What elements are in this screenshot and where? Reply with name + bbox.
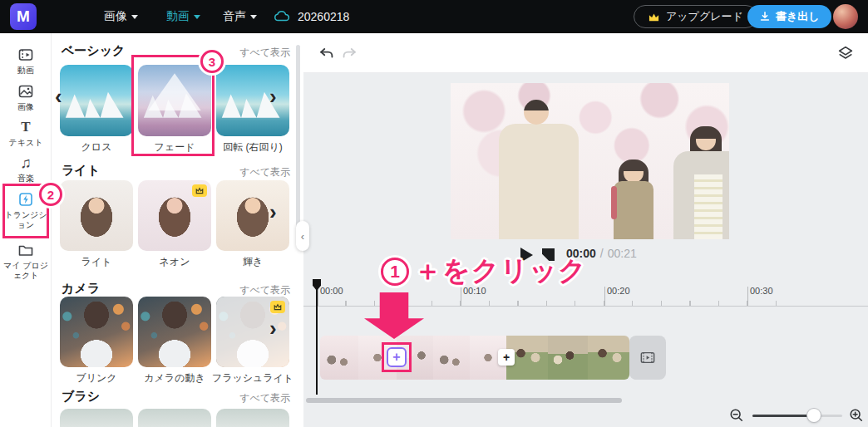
- step-badge-3: 3: [200, 50, 224, 73]
- current-time: 00:00: [566, 247, 596, 260]
- user-avatar[interactable]: [833, 4, 858, 29]
- menu-audio[interactable]: 音声: [223, 0, 257, 33]
- transition-item-cross[interactable]: クロス: [60, 65, 133, 155]
- layers-icon[interactable]: [836, 44, 855, 62]
- crown-icon: [648, 12, 660, 22]
- menu-video[interactable]: 動画: [166, 0, 200, 33]
- sidebar-item-my-project[interactable]: マイ プロジェクト: [0, 242, 52, 281]
- section-title-light: ライト: [62, 163, 100, 179]
- sidebar-item-image[interactable]: 画像: [0, 83, 52, 112]
- panel-collapse-button[interactable]: ‹: [296, 221, 309, 251]
- chevron-down-icon: [194, 15, 200, 22]
- transition-thumbnail[interactable]: [138, 409, 211, 427]
- preview-figure: [611, 186, 617, 219]
- zoom-out-icon[interactable]: [729, 407, 746, 424]
- annotation-arrow-icon: [364, 292, 424, 339]
- time-separator: /: [600, 247, 604, 260]
- video-preview[interactable]: [451, 83, 729, 239]
- show-all-link[interactable]: すべて表示: [239, 391, 290, 405]
- add-transition-button[interactable]: +: [387, 347, 407, 367]
- sidebar-item-music[interactable]: ♫ 音楽: [0, 155, 52, 184]
- export-label: 書き出し: [776, 9, 820, 24]
- sidebar-item-video[interactable]: 動画: [0, 47, 52, 76]
- music-note-icon: ♫: [17, 155, 34, 171]
- timeline-zoom-slider[interactable]: [752, 415, 842, 417]
- preview-figure: [499, 124, 579, 239]
- timeline-scrollbar[interactable]: [306, 398, 622, 403]
- timeline-clip-2[interactable]: [397, 336, 506, 380]
- show-all-link[interactable]: すべて表示: [239, 46, 290, 60]
- playhead-line[interactable]: [316, 289, 318, 395]
- transition-item-neon[interactable]: ネオン: [138, 180, 211, 269]
- section-title-basic: ベーシック: [62, 43, 125, 59]
- folder-icon: [17, 242, 34, 258]
- export-button[interactable]: 書き出し: [747, 5, 831, 28]
- app-logo[interactable]: M: [10, 3, 37, 30]
- transition-item-camera-move[interactable]: カメラの動き: [138, 297, 211, 385]
- zoom-slider-thumb[interactable]: [807, 409, 821, 422]
- video-editor-app: M 画像 動画 音声 20260218 アップグレード 書き出し: [0, 0, 868, 427]
- transition-label: クロス: [81, 140, 112, 155]
- scroll-left-icon[interactable]: ‹: [55, 88, 62, 105]
- menu-image-label: 画像: [104, 9, 127, 24]
- basic-thumb-row: クロス フェード 回転 (右回り): [60, 65, 289, 155]
- top-bar: M 画像 動画 音声 20260218 アップグレード 書き出し: [0, 0, 868, 33]
- panel-scrollbar[interactable]: [296, 45, 300, 244]
- transition-thumbnail: [60, 180, 133, 251]
- transition-thumbnail: [216, 180, 289, 251]
- scroll-right-icon[interactable]: ›: [269, 88, 277, 105]
- cloud-sync-icon: [273, 7, 291, 26]
- ruler-label: 00:30: [750, 286, 773, 296]
- redo-button[interactable]: [340, 44, 358, 62]
- scroll-right-icon[interactable]: ›: [269, 204, 277, 220]
- zoom-in-icon[interactable]: [849, 407, 866, 424]
- transition-item-light[interactable]: ライト: [60, 180, 133, 269]
- transition-label: ブリンク: [76, 371, 116, 385]
- add-transition-highlight-box: +: [382, 342, 412, 372]
- play-button[interactable]: [519, 248, 534, 263]
- sidebar-item-text[interactable]: T テキスト: [0, 119, 52, 148]
- preview-figure: [524, 100, 549, 125]
- transition-item-glow[interactable]: 輝き: [216, 180, 289, 269]
- preview-figure: [694, 174, 723, 239]
- text-icon: T: [17, 119, 34, 135]
- transition-label: 回転 (右回り): [223, 140, 283, 155]
- add-clip-placeholder[interactable]: [629, 336, 666, 380]
- transition-label: フェード: [155, 140, 195, 155]
- transition-label: フラッシュライト: [212, 371, 293, 385]
- transition-thumbnail[interactable]: [216, 409, 289, 427]
- transition-item-rotate[interactable]: 回転 (右回り): [216, 65, 289, 155]
- image-icon: [17, 83, 34, 100]
- zoom-slider-fill: [752, 415, 814, 417]
- upgrade-button[interactable]: アップグレード: [634, 5, 757, 28]
- editor-toolbar: [303, 33, 868, 73]
- video-icon: [17, 47, 34, 63]
- add-transition-button-2[interactable]: +: [498, 349, 515, 366]
- section-title-brush: ブラシ: [62, 389, 100, 405]
- light-thumb-row: ライト ネオン 輝き: [60, 180, 289, 269]
- ruler-line[interactable]: [303, 306, 868, 307]
- transition-item-fade[interactable]: フェード: [138, 65, 211, 155]
- transition-item-flashlight[interactable]: フラッシュライト: [216, 297, 289, 385]
- chevron-down-icon: [250, 15, 257, 22]
- timeline-track: [320, 336, 629, 380]
- tutorial-annotation: 1 ＋をクリック: [381, 253, 587, 290]
- scroll-right-icon[interactable]: ›: [269, 320, 277, 336]
- fullscreen-icon[interactable]: [542, 248, 555, 261]
- transition-thumbnail[interactable]: [60, 409, 133, 427]
- menu-image[interactable]: 画像: [104, 0, 138, 33]
- clip-frame: [320, 336, 358, 380]
- undo-button[interactable]: [318, 44, 336, 62]
- step-badge-1: 1: [381, 258, 409, 286]
- sidebar-item-label: 音楽: [2, 174, 50, 184]
- timeline-clip-3[interactable]: [506, 336, 629, 380]
- transition-thumbnail: [216, 65, 289, 136]
- sidebar-item-label: 画像: [2, 102, 50, 112]
- show-all-link[interactable]: すべて表示: [239, 165, 290, 179]
- project-name[interactable]: 20260218: [298, 10, 349, 23]
- transition-icon: [17, 191, 34, 208]
- sidebar: 動画 画像 T テキスト ♫ 音楽 トランジション マイ プロジェク: [0, 33, 52, 427]
- transition-item-blink[interactable]: ブリンク: [60, 297, 133, 385]
- show-all-link[interactable]: すべて表示: [239, 283, 290, 297]
- time-display: 00:00 / 00:21: [566, 247, 637, 260]
